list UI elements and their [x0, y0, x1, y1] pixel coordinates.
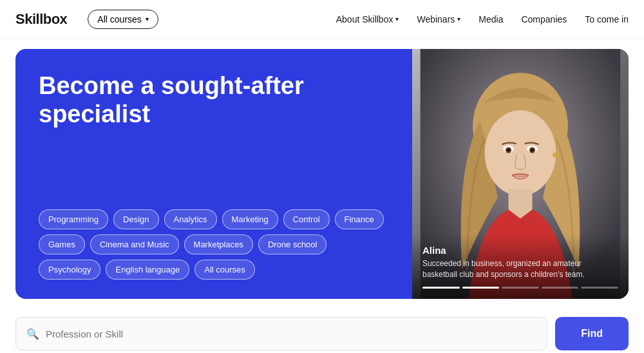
nav-webinars[interactable]: Webinars ▾ [417, 14, 460, 24]
person-description: Succeeded in business, organized an amat… [422, 258, 618, 280]
logo: Skillbox [15, 11, 67, 28]
search-icon: 🔍 [26, 328, 39, 340]
chevron-icon: ▾ [457, 15, 460, 23]
tag-item[interactable]: Cinema and Music [90, 234, 179, 254]
search-bar: 🔍 [15, 317, 547, 350]
hero-left-panel: Become a sought-after specialist Program… [15, 49, 412, 299]
tags-container: ProgrammingDesignAnalyticsMarketingContr… [39, 209, 389, 280]
tag-item[interactable]: Design [113, 209, 158, 229]
header: Skillbox All courses ▾ About Skillbox ▾ … [0, 0, 644, 39]
nav-companies[interactable]: Companies [521, 14, 567, 24]
tag-item[interactable]: Control [283, 209, 330, 229]
hero-title: Become a sought-after specialist [39, 72, 309, 128]
search-input[interactable] [46, 329, 536, 339]
progress-seg-1 [422, 287, 460, 289]
nav-about[interactable]: About Skillbox ▾ [336, 14, 399, 24]
nav-tocome[interactable]: To come in [585, 14, 629, 24]
tag-item[interactable]: Analytics [164, 209, 217, 229]
tag-item[interactable]: All courses [194, 260, 255, 280]
svg-point-3 [485, 110, 556, 196]
chevron-down-icon: ▾ [146, 15, 149, 23]
tag-item[interactable]: English language [106, 260, 189, 280]
tag-item[interactable]: Marketing [222, 209, 278, 229]
svg-point-10 [531, 149, 534, 152]
progress-bar [422, 287, 618, 289]
tag-item[interactable]: Marketplaces [184, 234, 253, 254]
tag-item[interactable]: Games [39, 234, 85, 254]
all-courses-label: All courses [97, 14, 141, 24]
search-section: 🔍 Find [0, 309, 644, 353]
svg-point-9 [507, 149, 510, 152]
progress-seg-3 [502, 287, 539, 289]
find-button[interactable]: Find [555, 317, 629, 350]
tag-item[interactable]: Psychology [39, 260, 100, 280]
all-courses-button[interactable]: All courses ▾ [88, 10, 158, 29]
chevron-icon: ▾ [395, 15, 399, 23]
main-nav: About Skillbox ▾ Webinars ▾ Media Compan… [336, 14, 629, 24]
progress-seg-4 [542, 287, 579, 289]
tag-item[interactable]: Finance [335, 209, 384, 229]
nav-media[interactable]: Media [478, 14, 503, 24]
progress-seg-2 [462, 287, 500, 289]
hero-right-panel: Alina Succeeded in business, organized a… [412, 49, 629, 299]
tag-item[interactable]: Drone school [258, 234, 327, 254]
person-name: Alina [422, 245, 618, 256]
progress-seg-5 [581, 287, 618, 289]
person-overlay: Alina Succeeded in business, organized a… [412, 234, 629, 299]
tag-item[interactable]: Programming [39, 209, 108, 229]
svg-point-11 [553, 153, 557, 157]
hero-section: Become a sought-after specialist Program… [0, 39, 644, 309]
